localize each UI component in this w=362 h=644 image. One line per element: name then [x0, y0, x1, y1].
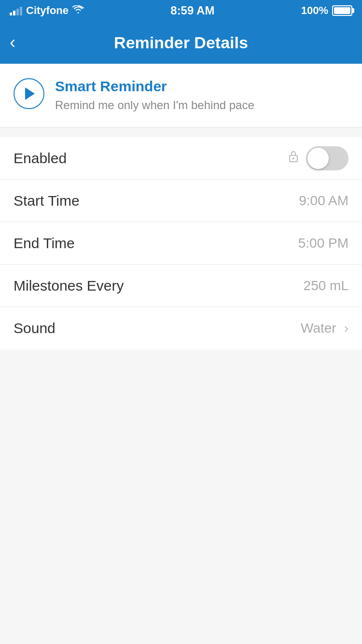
- signal-icon: [10, 6, 22, 15]
- status-bar: Cityfone 8:59 AM 100%: [0, 0, 362, 21]
- status-right: 100%: [301, 4, 352, 17]
- smart-reminder-card: Smart Reminder Remind me only when I'm b…: [0, 64, 362, 127]
- toggle-knob: [307, 148, 329, 169]
- enabled-label: Enabled: [14, 150, 67, 167]
- milestones-value: 250 mL: [304, 278, 348, 294]
- reminder-icon: [14, 78, 44, 109]
- settings-list: Enabled Start Time: [0, 137, 362, 350]
- reminder-text-block: Smart Reminder Remind me only when I'm b…: [55, 78, 254, 112]
- enabled-toggle[interactable]: [306, 146, 348, 170]
- battery-icon: [332, 5, 352, 16]
- sound-value: Water: [301, 321, 336, 336]
- milestones-row[interactable]: Milestones Every 250 mL: [0, 265, 362, 307]
- back-button[interactable]: ‹: [10, 32, 15, 53]
- end-time-value: 5:00 PM: [298, 236, 348, 251]
- end-time-row[interactable]: End Time 5:00 PM: [0, 222, 362, 265]
- end-time-label: End Time: [14, 235, 75, 252]
- battery-percent: 100%: [301, 4, 328, 17]
- milestones-value-area: 250 mL: [304, 278, 348, 294]
- content-area: Smart Reminder Remind me only when I'm b…: [0, 64, 362, 644]
- sound-row[interactable]: Sound Water ›: [0, 307, 362, 350]
- status-time: 8:59 AM: [170, 4, 214, 17]
- battery-fill: [334, 7, 350, 14]
- start-time-label: Start Time: [14, 193, 80, 209]
- carrier-name: Cityfone: [26, 4, 69, 17]
- nav-bar: ‹ Reminder Details: [0, 21, 362, 64]
- enabled-row[interactable]: Enabled: [0, 137, 362, 180]
- chevron-right-icon: ›: [344, 321, 348, 336]
- end-time-value-area: 5:00 PM: [298, 236, 348, 251]
- nav-title: Reminder Details: [114, 33, 248, 52]
- milestones-label: Milestones Every: [14, 278, 124, 294]
- sound-value-area: Water ›: [301, 321, 348, 336]
- start-time-value-area: 9:00 AM: [299, 193, 348, 209]
- start-time-value: 9:00 AM: [299, 193, 348, 209]
- toggle-wrapper: [288, 146, 348, 170]
- wifi-icon: [72, 5, 84, 16]
- play-icon: [25, 87, 35, 100]
- sound-label: Sound: [14, 320, 56, 336]
- lock-icon: [288, 150, 299, 167]
- status-left: Cityfone: [10, 4, 84, 17]
- reminder-title: Smart Reminder: [55, 78, 254, 95]
- svg-point-1: [292, 157, 294, 159]
- enabled-value-area: [288, 146, 348, 170]
- reminder-subtitle: Remind me only when I'm behind pace: [55, 98, 254, 112]
- start-time-row[interactable]: Start Time 9:00 AM: [0, 180, 362, 222]
